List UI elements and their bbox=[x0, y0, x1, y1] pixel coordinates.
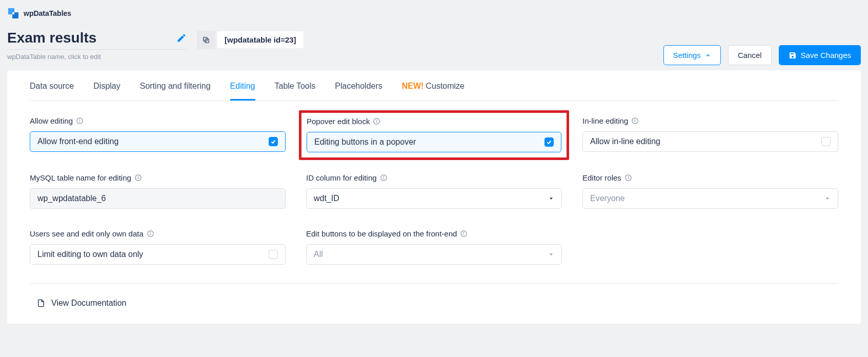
tab-display[interactable]: Display bbox=[93, 82, 120, 101]
checkbox-checked-icon bbox=[544, 137, 554, 147]
view-docs-link[interactable]: View Documentation bbox=[30, 298, 838, 308]
svg-point-7 bbox=[79, 120, 80, 120]
copy-icon bbox=[202, 36, 210, 44]
tab-editing[interactable]: Editing bbox=[230, 82, 255, 101]
field-allow-editing: Allow editing Allow front-end editing bbox=[30, 116, 286, 153]
tab-placeholders[interactable]: Placeholders bbox=[335, 82, 382, 101]
document-icon bbox=[37, 298, 45, 308]
info-icon[interactable] bbox=[460, 230, 468, 237]
caret-down-icon bbox=[824, 195, 831, 202]
svg-marker-24 bbox=[826, 198, 829, 200]
checkbox-unchecked-icon bbox=[269, 250, 278, 259]
svg-point-13 bbox=[635, 120, 635, 120]
caret-down-icon bbox=[548, 195, 554, 202]
info-icon[interactable] bbox=[624, 174, 632, 182]
brand-name: wpDataTables bbox=[24, 9, 71, 17]
field-own-data: Users see and edit only own data Limit e… bbox=[30, 229, 286, 265]
info-icon[interactable] bbox=[76, 117, 84, 125]
svg-point-16 bbox=[138, 176, 138, 177]
settings-panel: Data source Display Sorting and filterin… bbox=[7, 70, 861, 324]
svg-marker-31 bbox=[550, 254, 553, 256]
tabs: Data source Display Sorting and filterin… bbox=[30, 70, 838, 101]
save-button[interactable]: Save Changes bbox=[779, 45, 861, 65]
settings-button[interactable]: Settings bbox=[663, 45, 721, 65]
page-title: Exam results bbox=[7, 30, 96, 46]
svg-point-10 bbox=[377, 120, 377, 121]
info-icon[interactable] bbox=[380, 174, 388, 182]
svg-marker-20 bbox=[550, 198, 553, 200]
brand-logo-icon bbox=[7, 7, 19, 19]
tab-customize[interactable]: NEW!Customize bbox=[402, 82, 465, 101]
chevron-up-icon bbox=[705, 52, 711, 58]
svg-rect-2 bbox=[12, 12, 14, 14]
checkbox-checked-icon bbox=[269, 137, 278, 146]
info-icon[interactable] bbox=[631, 117, 639, 125]
field-edit-buttons: Edit buttons to be displayed on the fron… bbox=[306, 229, 562, 265]
field-editor-roles: Editor roles Everyone bbox=[582, 173, 838, 209]
shortcode-display: [wpdatatable id=23] bbox=[217, 31, 304, 48]
copy-shortcode-button[interactable] bbox=[197, 31, 215, 49]
info-icon[interactable] bbox=[373, 117, 380, 125]
field-popover-edit: Popover edit block Editing buttons in a … bbox=[306, 116, 562, 153]
editor-roles-select[interactable]: Everyone bbox=[582, 188, 838, 209]
svg-point-23 bbox=[628, 176, 629, 177]
tab-data-source[interactable]: Data source bbox=[30, 82, 74, 101]
caret-down-icon bbox=[548, 251, 554, 257]
cancel-button[interactable]: Cancel bbox=[728, 45, 772, 65]
highlight-box: Popover edit block Editing buttons in a … bbox=[299, 110, 569, 160]
info-icon[interactable] bbox=[134, 174, 142, 182]
tab-table-tools[interactable]: Table Tools bbox=[275, 82, 316, 101]
title-hint: wpDataTable name, click to edit bbox=[7, 53, 304, 61]
field-mysql-table: MySQL table name for editing wp_wpdatata… bbox=[30, 173, 286, 209]
field-inline-editing: In-line editing Allow in-line editing bbox=[582, 116, 838, 153]
pencil-icon bbox=[176, 33, 187, 43]
allow-editing-toggle[interactable]: Allow front-end editing bbox=[30, 131, 286, 152]
own-data-toggle[interactable]: Limit editing to own data only bbox=[30, 244, 286, 265]
save-icon bbox=[789, 51, 797, 60]
id-column-select[interactable]: wdt_ID bbox=[306, 188, 562, 209]
popover-edit-toggle[interactable]: Editing buttons in a popover bbox=[307, 132, 561, 152]
svg-point-19 bbox=[383, 176, 384, 177]
brand: wpDataTables bbox=[7, 7, 861, 19]
mysql-table-input[interactable]: wp_wpdatatable_6 bbox=[30, 188, 286, 209]
field-id-column: ID column for editing wdt_ID bbox=[306, 173, 562, 209]
svg-point-30 bbox=[464, 232, 465, 233]
tab-sorting[interactable]: Sorting and filtering bbox=[140, 82, 211, 101]
table-title-input[interactable]: Exam results bbox=[7, 30, 187, 50]
checkbox-unchecked-icon bbox=[821, 137, 831, 146]
svg-point-27 bbox=[150, 232, 151, 233]
inline-editing-toggle[interactable]: Allow in-line editing bbox=[582, 131, 838, 152]
edit-buttons-select[interactable]: All bbox=[306, 244, 562, 265]
info-icon[interactable] bbox=[147, 230, 154, 237]
